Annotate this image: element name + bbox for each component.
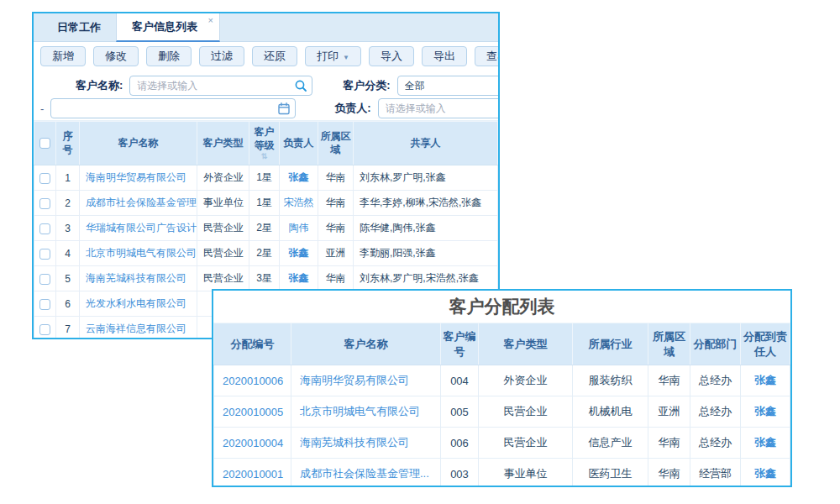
owner-input[interactable] <box>378 98 500 118</box>
cell-alloc-no: 2020010005 <box>214 396 291 428</box>
customer-category-select[interactable] <box>397 76 500 96</box>
cell-region: 华南 <box>648 365 690 396</box>
cell-shared: 刘东林,罗广明,宋浩然,张鑫 <box>354 266 498 291</box>
cell-customer-name: 海南明华贸易有限公司 <box>291 365 441 396</box>
col-header-0: 分配编号 <box>214 323 291 365</box>
cell-customer-name: 华瑞城有限公司广告设计部 <box>80 216 197 241</box>
cell-customer-type: 民营企业 <box>197 266 249 291</box>
cell-region: 亚洲 <box>318 241 354 266</box>
customer-name-link[interactable]: 华瑞城有限公司广告设计部 <box>86 222 197 234</box>
col-header-7: 分配到责任人 <box>741 323 790 365</box>
toolbar-button-print[interactable]: 打印▼ <box>305 46 361 66</box>
assignee-link[interactable]: 张鑫 <box>754 405 776 417</box>
alloc-no-link[interactable]: 2020010005 <box>223 406 283 418</box>
col-header-6: 共享人 <box>354 122 498 165</box>
customer-name-link[interactable]: 海南芜城科技有限公司 <box>86 272 186 284</box>
toolbar-button-add[interactable]: 新增 <box>40 46 86 66</box>
search-icon[interactable] <box>294 79 307 92</box>
customer-name-link[interactable]: 光发水利水电有限公司 <box>86 297 186 309</box>
cell-industry: 服装纺织 <box>573 365 648 396</box>
cell-region: 华南 <box>318 191 354 216</box>
cell-seq: 1 <box>56 165 80 191</box>
table-row: 2020010004海南芜城科技有限公司006民营企业信息产业华南总经办张鑫 <box>214 428 790 459</box>
cell-customer-level: 1星 <box>249 165 280 191</box>
toolbar-button-filter[interactable]: 过滤 <box>199 46 244 66</box>
cell-customer-level: 2星 <box>249 216 280 241</box>
customer-name-link[interactable]: 成都市社会保险基金管理... <box>86 197 197 208</box>
cell-alloc-no: 2020010004 <box>214 428 291 459</box>
assignee-link[interactable]: 张鑫 <box>754 467 776 480</box>
toolbar-button-edit[interactable]: 修改 <box>93 46 139 66</box>
date-input[interactable] <box>50 98 296 118</box>
cell-customer-no: 005 <box>441 396 479 428</box>
cell-customer-name: 成都市社会保险基金管理... <box>80 191 197 216</box>
cell-region: 华南 <box>648 428 690 459</box>
tab-bar: 日常工作 客户信息列表 × <box>34 13 498 42</box>
row-checkbox[interactable] <box>39 198 50 209</box>
toolbar-button-delete[interactable]: 删除 <box>146 46 192 66</box>
date-range-separator: - <box>40 102 44 115</box>
col-header-1: 客户名称 <box>291 323 441 365</box>
assignee-link[interactable]: 张鑫 <box>754 436 776 449</box>
col-header-5: 所属区域 <box>648 323 690 365</box>
alloc-no-link[interactable]: 2020010004 <box>223 437 283 449</box>
customer-name-link[interactable]: 海南明华贸易有限公司 <box>86 171 186 183</box>
cell-shared: 陈华健,陶伟,张鑫 <box>354 216 498 241</box>
cell-checkbox <box>34 266 56 291</box>
table-row: 4北京市明城电气有限公司民营企业2星张鑫亚洲李勤丽,阳强,张鑫 <box>34 241 498 266</box>
table-row: 2成都市社会保险基金管理...事业单位1星宋浩然华南李华,李婷,柳琳,宋浩然,张… <box>34 191 498 216</box>
close-icon[interactable]: × <box>208 16 213 25</box>
col-header-3: 客户类型 <box>479 323 573 365</box>
cell-customer-name: 海南明华贸易有限公司 <box>80 165 197 191</box>
row-checkbox[interactable] <box>39 138 50 149</box>
owner-link[interactable]: 张鑫 <box>289 171 309 183</box>
cell-assignee: 张鑫 <box>741 428 790 459</box>
sort-icon[interactable]: ⇅ <box>251 153 277 160</box>
tab-customer-info-label: 客户信息列表 <box>132 19 197 34</box>
toolbar-button-export[interactable]: 导出 <box>422 46 467 66</box>
toolbar-button-restore[interactable]: 还原 <box>252 46 297 66</box>
tab-customer-info-list[interactable]: 客户信息列表 × <box>116 13 220 42</box>
calendar-icon[interactable] <box>277 102 291 115</box>
cell-seq: 2 <box>56 191 80 216</box>
customer-name-link[interactable]: 成都市社会保险基金管理... <box>300 467 429 480</box>
cell-seq: 3 <box>56 216 80 241</box>
row-checkbox[interactable] <box>39 324 50 335</box>
customer-name-link[interactable]: 海南芜城科技有限公司 <box>300 436 409 449</box>
cell-customer-name: 海南芜城科技有限公司 <box>80 266 197 291</box>
col-header-0: 序号 <box>56 122 80 165</box>
customer-name-link[interactable]: 北京市明城电气有限公司 <box>300 405 420 417</box>
row-checkbox[interactable] <box>39 223 50 234</box>
owner-link[interactable]: 宋浩然 <box>284 197 314 208</box>
customer-name-input[interactable] <box>129 76 312 96</box>
cell-customer-type: 外资企业 <box>197 165 249 191</box>
row-checkbox[interactable] <box>39 249 50 260</box>
cell-owner: 张鑫 <box>280 241 318 266</box>
cell-checkbox <box>34 317 56 340</box>
row-checkbox[interactable] <box>39 173 50 184</box>
cell-customer-name: 成都市社会保险基金管理... <box>291 459 441 488</box>
cell-shared: 李华,李婷,柳琳,宋浩然,张鑫 <box>354 191 498 216</box>
assignee-link[interactable]: 张鑫 <box>754 374 776 386</box>
cell-customer-name: 光发水利水电有限公司 <box>80 291 197 317</box>
customer-name-link[interactable]: 海南明华贸易有限公司 <box>300 374 409 386</box>
cell-shared: 李勤丽,阳强,张鑫 <box>354 241 498 266</box>
row-checkbox[interactable] <box>39 299 50 310</box>
cell-dept: 总经办 <box>690 365 741 396</box>
alloc-no-link[interactable]: 2020010006 <box>223 375 283 387</box>
tab-daily-work[interactable]: 日常工作 <box>42 13 116 41</box>
customer-name-link[interactable]: 北京市明城电气有限公司 <box>86 247 197 259</box>
customer-category-label: 客户分类: <box>343 78 390 93</box>
cell-region: 华南 <box>648 459 690 488</box>
customer-name-link[interactable]: 云南海祥信息有限公司 <box>86 323 186 334</box>
owner-link[interactable]: 张鑫 <box>289 247 309 259</box>
toolbar-button-import[interactable]: 导入 <box>369 46 414 66</box>
cell-owner: 张鑫 <box>280 266 318 291</box>
cell-checkbox <box>34 291 56 317</box>
row-checkbox[interactable] <box>39 274 50 285</box>
owner-link[interactable]: 陶伟 <box>289 222 309 234</box>
alloc-no-link[interactable]: 2020010001 <box>223 468 283 480</box>
owner-link[interactable]: 张鑫 <box>289 272 309 284</box>
toolbar-button-view-log[interactable]: 查看日志 <box>475 46 500 66</box>
cell-checkbox <box>34 165 56 191</box>
